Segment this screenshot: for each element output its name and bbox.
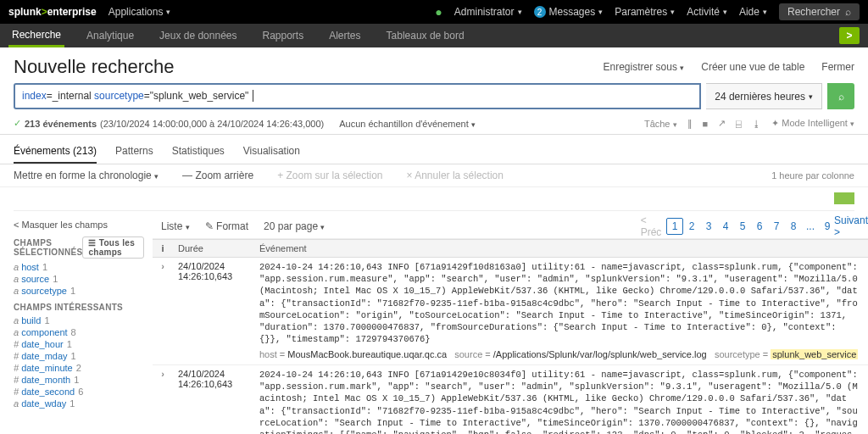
expand-icon[interactable]: › [153,258,173,364]
zoom-out-button[interactable]: — Zoom arrière [182,170,253,181]
global-search[interactable]: Rechercher⌕ [779,3,860,20]
sampling-dropdown[interactable]: Aucun échantillon d'événement ▾ [339,119,476,129]
event-time: 24/10/202414:26:10,643 [173,365,254,434]
timeline-controls: Mettre en forme la chronologie ▾ — Zoom … [0,164,868,187]
zoom-selection-button: + Zoom sur la sélection [277,170,382,181]
event-raw[interactable]: 2024-10-24 14:26:10,643 INFO [671a91429f… [254,258,868,364]
event-row: › 24/10/202414:26:10,643 2024-10-24 14:2… [153,365,868,434]
time-range-text: (23/10/2024 14:00:00,000 à 24/10/2024 14… [100,119,324,129]
nav-alerts[interactable]: Alertes [326,24,364,47]
tab-visualization[interactable]: Visualisation [243,140,300,164]
page-...[interactable]: ... [802,218,819,235]
event-raw[interactable]: 2024-10-24 14:26:10,643 INFO [671a91429e… [254,365,868,434]
field-date_second[interactable]: #date_second6 [14,387,144,397]
page-2[interactable]: 2 [683,218,700,235]
page-1[interactable]: 1 [666,218,683,235]
next-page-button[interactable]: Suivant > [843,218,860,235]
field-sourcetype[interactable]: asourcetype1 [14,286,144,296]
nav-reports[interactable]: Rapports [259,24,307,47]
export-icon[interactable]: ⭳ [752,119,761,129]
field-date_minute[interactable]: #date_minute2 [14,363,144,373]
activity-menu[interactable]: Activité▾ [687,6,727,18]
per-page-dropdown[interactable]: 20 par page ▾ [264,220,325,232]
timeline-chart[interactable] [14,187,854,211]
app-square-icon[interactable]: > [839,27,860,44]
col-event: Événement [254,240,868,257]
hide-fields-button[interactable]: < Masquer les champs [14,220,144,230]
page-7[interactable]: 7 [768,218,785,235]
admin-menu[interactable]: Administrator▾ [454,6,522,18]
col-time[interactable]: Durée [173,240,254,257]
page-title: Nouvelle recherche [14,56,175,78]
save-as-button[interactable]: Enregistrer sous ▾ [604,61,685,73]
page-5[interactable]: 5 [734,218,751,235]
event-count: 213 événements [25,119,97,129]
timeline-scale: 1 heure par colonne [771,170,854,181]
mode-dropdown[interactable]: ✦ Mode Intelligent ▾ [771,118,854,129]
field-build[interactable]: abuild1 [14,315,144,326]
search-icon: ⌕ [845,6,851,18]
field-date_month[interactable]: #date_month1 [14,375,144,385]
job-menu[interactable]: Tâche ▾ [644,119,677,129]
search-input[interactable]: index=_internal sourcetype="splunk_web_s… [14,83,701,109]
events-table-header: i Durée Événement [153,239,868,258]
event-time: 24/10/202414:26:10,643 [173,258,254,364]
tab-events[interactable]: Événements (213) [14,140,97,164]
cancel-selection-button: × Annuler la sélection [407,170,504,181]
field-date_wday[interactable]: adate_wday1 [14,398,144,409]
events-toolbar: Liste ▾ ✎ Format 20 par page ▾ < Préc 12… [153,214,868,239]
page-8[interactable]: 8 [785,218,802,235]
messages-menu[interactable]: 2Messages▾ [534,6,604,18]
create-table-view-button[interactable]: Créer une vue de table [701,61,804,73]
nav-search[interactable]: Recherche [8,24,64,47]
field-component[interactable]: acomponent8 [14,327,144,337]
result-tabs: Événements (213) Patterns Statistiques V… [0,135,868,164]
interesting-fields-title: CHAMPS INTÉRESSANTS [14,303,144,312]
app-nav: Recherche Analytique Jeux de données Rap… [0,24,868,47]
share-icon[interactable]: ↗ [718,118,726,129]
field-host[interactable]: ahost1 [14,262,144,272]
close-button[interactable]: Fermer [821,61,854,73]
run-search-button[interactable]: ⌕ [827,83,854,109]
field-date_mday[interactable]: #date_mday1 [14,351,144,361]
field-source[interactable]: asource1 [14,274,144,284]
fields-panel: < Masquer les champs CHAMPS SÉLECTIONNÉS… [0,214,153,434]
format-button[interactable]: ✎ Format [205,220,248,232]
tab-statistics[interactable]: Statistiques [172,140,225,164]
print-icon[interactable]: ⌸ [736,119,742,129]
brand-logo: splunk>enterprise [8,6,97,18]
selected-fields-title: CHAMPS SÉLECTIONNÉS [14,238,82,257]
expand-icon[interactable]: › [153,365,173,434]
list-mode-dropdown[interactable]: Liste ▾ [161,220,190,232]
page-4[interactable]: 4 [717,218,734,235]
title-bar: Nouvelle recherche Enregistrer sous ▾ Cr… [0,47,868,83]
nav-analytics[interactable]: Analytique [83,24,137,47]
page-3[interactable]: 3 [700,218,717,235]
health-icon[interactable]: ● [435,5,442,19]
pause-icon[interactable]: ‖ [687,118,693,129]
search-icon: ⌕ [838,91,844,103]
settings-menu[interactable]: Paramètres▾ [615,6,675,18]
nav-datasets[interactable]: Jeux de données [156,24,240,47]
help-menu[interactable]: Aide▾ [739,6,767,18]
page-6[interactable]: 6 [751,218,768,235]
check-icon: ✓ [14,118,21,129]
all-fields-button[interactable]: ☰ Tous les champs [82,236,144,259]
format-timeline-dropdown[interactable]: Mettre en forme la chronologie ▾ [14,170,159,181]
status-bar: ✓213 événements(23/10/2024 14:00:00,000 … [0,114,868,135]
nav-dashboards[interactable]: Tableaux de bord [383,24,468,47]
time-range-picker[interactable]: 24 dernières heures▾ [706,83,822,109]
event-row: › 24/10/202414:26:10,643 2024-10-24 14:2… [153,258,868,365]
stop-icon[interactable]: ■ [703,119,709,129]
col-expand: i [153,240,173,257]
prev-page-button: < Préc [643,218,659,235]
tab-patterns[interactable]: Patterns [115,140,153,164]
apps-menu[interactable]: Applications▾ [108,6,171,18]
field-date_hour[interactable]: #date_hour1 [14,339,144,349]
top-bar: splunk>enterprise Applications▾ ● Admini… [0,0,868,24]
pagination: < Préc 12345678...9 Suivant > [643,218,860,235]
search-row: index=_internal sourcetype="splunk_web_s… [0,83,868,114]
